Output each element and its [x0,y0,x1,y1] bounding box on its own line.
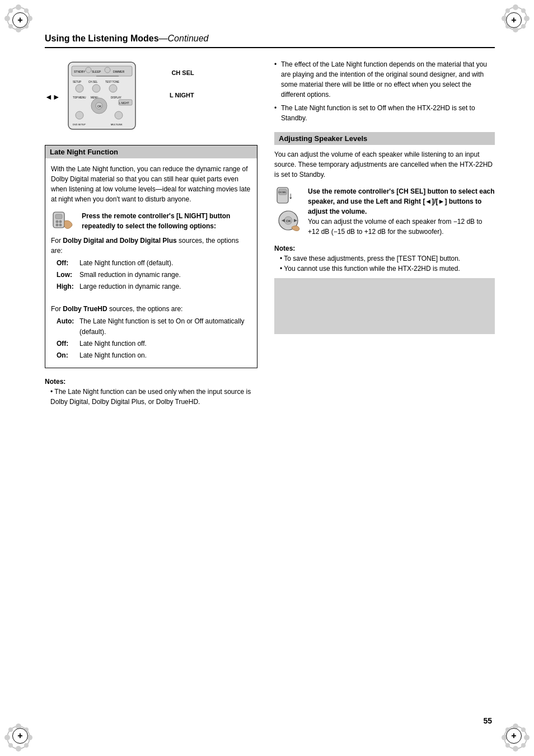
remote-control-svg: STNDBY SLEEP DIMMER SETUP CH.SEL TEST TO… [63,59,158,132]
adj-intro: You can adjust the volume of each speake… [274,149,495,180]
late-night-intro: With the Late Night function, you can re… [51,164,251,204]
late-night-notes: Notes: The Late Night function can be us… [45,377,257,407]
opt-off2: Off: Late Night function off. [57,339,251,349]
dolby-digital-header: For Dolby Digital and Dolby Digital Plus… [51,236,251,256]
opt-auto: Auto: The Late Night function is set to … [57,316,251,337]
subtitle-text: —Continued [159,34,209,43]
ch-sel-label: CH SEL [171,69,194,76]
bullet-2: The Late Night function is set to Off wh… [274,103,495,123]
bullet-1: The effect of the Late Night function de… [274,59,495,100]
opt-on: On: Late Night function on. [57,350,251,361]
instruction-bold: Press the remote controller's [L NIGHT] … [82,212,230,230]
adj-instruction-row: CH SEL ↓ OK ◄ ► [274,186,495,237]
instruction-text: Press the remote controller's [L NIGHT] … [82,211,251,231]
right-bullets: The effect of the Late Night function de… [274,59,495,123]
left-column: ◄► STNDBY SLEEP DIMMER [45,59,257,407]
adj-note-2: You cannot use this function while the H… [280,264,495,274]
svg-text:STNDBY: STNDBY [74,70,86,73]
l-night-label: L NIGHT [170,92,194,98]
instruction-row: Press the remote controller's [L NIGHT] … [51,211,251,231]
late-night-section-box: Late Night Function With the Late Night … [45,145,257,368]
svg-text:OK: OK [97,105,102,108]
notes-list: The Late Night function can be used only… [45,387,257,407]
nav-button-icon: OK ◄ ► [276,209,301,232]
adj-notes-title: Notes: [274,243,495,253]
svg-text:MULTILINK: MULTILINK [111,123,123,126]
opt-off: Off: Late Night function off (default). [57,258,251,269]
svg-point-64 [55,220,58,223]
adj-instruction-text: Use the remote controller's [CH SEL] but… [308,186,495,237]
svg-point-41 [86,67,91,73]
remote-hand-icon-svg [52,211,76,231]
adj-instruction-detail: You can adjust the volume of each speake… [308,218,482,236]
svg-text:TOP MENU: TOP MENU [73,96,86,99]
svg-text:◄: ◄ [280,217,286,223]
adj-notes: Notes: To save these adjustments, press … [274,243,495,274]
page-header: Using the Listening Modes—Continued [45,34,495,48]
svg-point-59 [115,111,123,119]
arrow-left-icon: ◄► [45,92,60,101]
page-title: Using the Listening Modes—Continued [45,34,209,43]
svg-text:►: ► [293,217,298,223]
svg-text:CH SEL: CH SEL [278,191,287,194]
adj-section-title: Adjusting Speaker Levels [279,134,367,143]
svg-point-67 [59,224,62,227]
svg-rect-63 [55,214,62,219]
late-night-title: Late Night Function [50,148,118,156]
page-content: Using the Listening Modes—Continued ◄► S… [0,0,534,756]
adj-instruction-bold: Use the remote controller's [CH SEL] but… [308,187,495,215]
svg-point-47 [92,84,100,92]
dolby-digital-options: Off: Late Night function off (default). … [57,258,251,293]
notes-title: Notes: [45,377,257,387]
gray-decorative-box [274,278,495,334]
remote-image-area: ◄► STNDBY SLEEP DIMMER [45,59,257,134]
adj-note-1: To save these adjustments, press the [TE… [280,253,495,264]
ch-sel-button-icon: CH SEL ↓ [276,186,301,206]
adj-icons: CH SEL ↓ OK ◄ ► [274,186,302,232]
late-night-body: With the Late Night function, you can re… [45,158,257,368]
svg-text:L NIGHT: L NIGHT [119,102,129,105]
svg-point-42 [105,67,110,73]
dolby-truehd-options: Auto: The Late Night function is set to … [57,316,251,361]
svg-text:CH.SEL: CH.SEL [88,81,98,83]
note-item: The Late Night function can be used only… [50,387,257,407]
svg-text:SLEEP: SLEEP [92,70,101,73]
bullet-list-ul: The effect of the Late Night function de… [274,59,495,123]
main-content: ◄► STNDBY SLEEP DIMMER [45,59,495,407]
svg-text:SETUP: SETUP [73,81,81,83]
right-column: The effect of the Late Night function de… [274,59,495,407]
dolby-truehd-header: For Dolby TrueHD sources, the options ar… [51,304,251,314]
svg-text:DISPLAY: DISPLAY [111,96,121,99]
l-night-icon [51,211,76,231]
adj-section-header: Adjusting Speaker Levels [274,132,495,145]
opt-low: Low: Small reduction in dynamic range. [57,270,251,280]
late-night-header: Late Night Function [45,145,257,158]
svg-point-66 [55,224,58,227]
svg-point-65 [59,220,62,223]
svg-text:OK: OK [286,219,291,223]
title-text: Using the Listening Modes [45,34,159,43]
remote-svg-container: STNDBY SLEEP DIMMER SETUP CH.SEL TEST TO… [63,59,158,134]
adj-notes-list: To save these adjustments, press the [TE… [274,253,495,274]
svg-text:↓: ↓ [288,191,293,200]
svg-text:DVD SETUP: DVD SETUP [73,123,86,126]
page-number: 55 [483,716,492,725]
svg-point-48 [109,84,117,92]
svg-text:TEST TONE: TEST TONE [105,81,119,83]
opt-high: High: Large reduction in dynamic range. [57,281,251,292]
svg-text:DIMMER: DIMMER [113,70,125,73]
svg-point-46 [76,84,83,92]
svg-point-58 [76,111,83,119]
